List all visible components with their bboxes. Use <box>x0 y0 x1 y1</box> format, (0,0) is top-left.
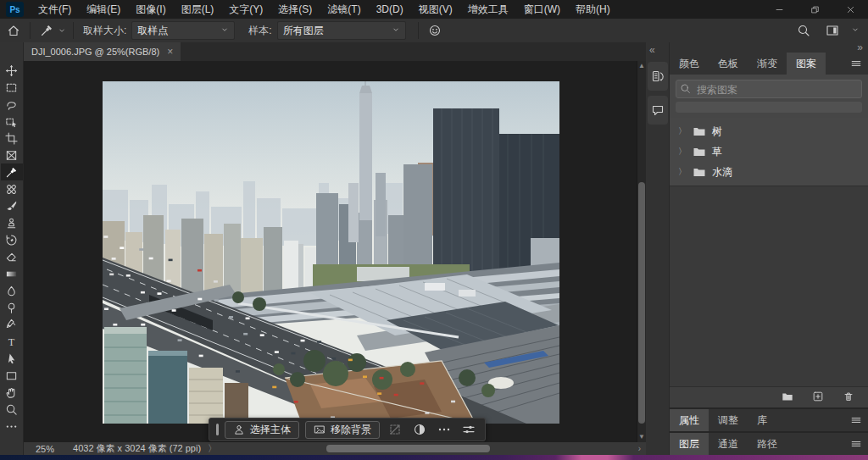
spot-healing-tool[interactable] <box>1 180 23 197</box>
half-circle-button[interactable] <box>410 421 429 438</box>
eraser-tool[interactable] <box>1 248 23 265</box>
object-selection-tool[interactable] <box>1 113 23 130</box>
tab-属性[interactable]: 属性 <box>670 409 709 431</box>
zoom-level-field[interactable]: 25% <box>36 444 54 454</box>
folder-label: 树 <box>712 125 722 139</box>
tab-库[interactable]: 库 <box>748 409 776 431</box>
menubar-item[interactable]: 编辑(E) <box>79 0 128 19</box>
scroll-down-icon[interactable]: ▼ <box>638 434 645 441</box>
sample-size-dropdown[interactable]: 取样点 <box>131 21 235 40</box>
sample-dropdown[interactable]: 所有图层 <box>277 21 406 40</box>
restore-window-button[interactable] <box>797 0 832 19</box>
workspace-button[interactable] <box>822 20 843 41</box>
history-panel-button[interactable] <box>648 62 668 91</box>
trash-button[interactable] <box>843 391 854 405</box>
home-button[interactable] <box>3 20 24 41</box>
menubar-item[interactable]: 图像(I) <box>128 0 173 19</box>
gradient-tool[interactable] <box>1 265 23 282</box>
expand-chevron-icon[interactable]: 〉 <box>678 166 687 178</box>
pen-tool[interactable] <box>1 316 23 333</box>
workspace-chevron[interactable] <box>851 25 860 36</box>
zoom-tool[interactable] <box>1 401 23 418</box>
tab-图案[interactable]: 图案 <box>787 53 826 75</box>
document-tab-title: DJI_0006.JPG @ 25%(RGB/8) <box>31 47 159 57</box>
document-tab[interactable]: DJI_0006.JPG @ 25%(RGB/8) × <box>24 42 181 61</box>
search-box[interactable] <box>676 80 862 98</box>
move-tool[interactable] <box>1 62 23 79</box>
close-window-button[interactable] <box>832 0 868 19</box>
移除背景-button[interactable]: 移除背景 <box>305 421 380 439</box>
canvas-area[interactable]: 选择主体移除背景 ▲ ▼ <box>24 61 646 442</box>
history-brush-tool[interactable] <box>1 231 23 248</box>
tab-图层[interactable]: 图层 <box>670 433 709 455</box>
scroll-up-icon[interactable]: ▲ <box>638 63 645 69</box>
menubar-item[interactable]: 文件(F) <box>31 0 79 19</box>
horizontal-scrollbar-thumb[interactable] <box>326 445 490 452</box>
expand-chevron-icon[interactable]: 〉 <box>678 146 687 158</box>
status-chevron-icon[interactable]: 〉 <box>208 442 217 455</box>
minimize-window-button[interactable] <box>761 0 797 19</box>
sliders-button[interactable] <box>459 421 478 438</box>
chevron-down-icon <box>851 25 860 34</box>
menubar-item[interactable]: 增效工具 <box>460 0 516 19</box>
comment-button[interactable] <box>648 96 668 125</box>
sampling-ring-toggle[interactable] <box>425 20 445 41</box>
collapse-dock-icon[interactable]: « <box>649 44 655 56</box>
vertical-scrollbar[interactable]: ▲ ▼ <box>637 61 646 442</box>
panel-empty-area <box>670 186 868 386</box>
folder-icon <box>693 145 706 158</box>
panel-menu-button[interactable] <box>850 409 868 431</box>
close-tab-icon[interactable]: × <box>167 46 173 58</box>
canvas-photo[interactable] <box>103 81 559 424</box>
menubar-item[interactable]: 文字(Y) <box>221 0 270 19</box>
vertical-scrollbar-thumb[interactable] <box>638 182 645 424</box>
taskbar-grip[interactable] <box>216 424 219 435</box>
tab-颜色[interactable]: 颜色 <box>670 53 709 75</box>
path-selection-tool[interactable] <box>1 350 23 367</box>
menubar-item[interactable]: 窗口(W) <box>516 0 568 19</box>
tool-preset-chevron[interactable] <box>57 20 67 41</box>
eyedropper-tool[interactable] <box>1 163 23 180</box>
expand-dock-icon[interactable]: » <box>670 42 868 53</box>
dodge-tool[interactable] <box>1 299 23 316</box>
pattern-search-input[interactable] <box>695 80 861 99</box>
menubar-item[interactable]: 滤镜(T) <box>320 0 368 19</box>
ellipsis-button[interactable] <box>435 421 453 438</box>
panel-menu-button[interactable] <box>850 53 868 75</box>
marquee-small-button[interactable] <box>386 421 404 438</box>
eyedropper-tool-preset[interactable] <box>36 20 57 41</box>
tab-渐变[interactable]: 渐变 <box>748 53 787 75</box>
move-icon <box>5 64 18 77</box>
menubar-item[interactable]: 选择(S) <box>270 0 320 19</box>
menubar-item[interactable]: 3D(D) <box>369 0 411 19</box>
tab-调整[interactable]: 调整 <box>709 409 748 431</box>
ellipsis-icon <box>5 420 18 433</box>
folder-button[interactable] <box>782 391 793 405</box>
选择主体-button[interactable]: 选择主体 <box>225 421 299 439</box>
crop-tool[interactable] <box>1 130 23 147</box>
ellipsis-tool[interactable] <box>1 418 23 435</box>
brush-tool[interactable] <box>1 197 23 214</box>
clone-stamp-tool[interactable] <box>1 214 23 231</box>
search-button[interactable] <box>793 20 814 41</box>
rectangle-shape-tool[interactable] <box>1 367 23 384</box>
scroll-right-icon[interactable]: › <box>638 444 641 453</box>
tab-色板[interactable]: 色板 <box>709 53 748 75</box>
rectangular-marquee-tool[interactable] <box>1 79 23 96</box>
pattern-folder-水滴[interactable]: 〉水滴 <box>670 162 868 182</box>
blur-tool[interactable] <box>1 282 23 299</box>
pattern-folder-草[interactable]: 〉草 <box>670 141 868 162</box>
plus-square-button[interactable] <box>812 391 824 405</box>
frame-tool[interactable] <box>1 147 23 163</box>
menubar-item[interactable]: 图层(L) <box>174 0 222 19</box>
tab-通道[interactable]: 通道 <box>709 433 748 455</box>
type-tool[interactable]: T <box>1 333 23 350</box>
pattern-folder-树[interactable]: 〉树 <box>670 121 868 141</box>
lasso-tool[interactable] <box>1 96 23 113</box>
menubar-item[interactable]: 视图(V) <box>411 0 460 19</box>
hand-tool[interactable] <box>1 384 23 401</box>
menubar-item[interactable]: 帮助(H) <box>568 0 618 19</box>
tab-路径[interactable]: 路径 <box>748 433 787 455</box>
expand-chevron-icon[interactable]: 〉 <box>678 125 687 137</box>
panel-menu-button[interactable] <box>850 433 868 455</box>
